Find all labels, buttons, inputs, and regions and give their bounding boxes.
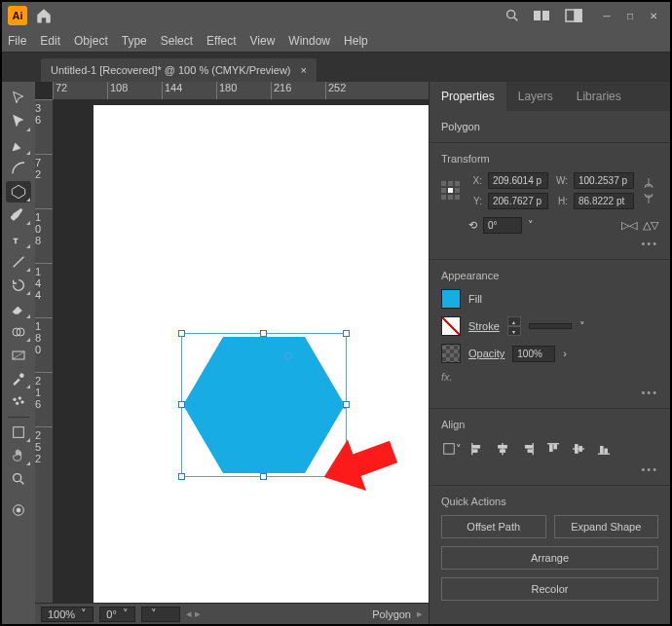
flip-v-icon[interactable]: △▽ — [643, 219, 658, 232]
document-tab[interactable]: Untitled-1 [Recovered]* @ 100 % (CMYK/Pr… — [41, 58, 317, 82]
tab-close-icon[interactable]: × — [301, 64, 307, 76]
line-tool[interactable] — [6, 251, 31, 273]
polygon-tool[interactable] — [6, 181, 31, 203]
resize-handle[interactable] — [260, 473, 267, 480]
workspace-icon[interactable] — [565, 9, 582, 22]
stroke-weight-stepper[interactable]: ▴▾ — [507, 316, 521, 336]
transform-section: Transform X: 209.6014 p W: 100.2537 p Y:… — [429, 143, 670, 260]
ruler-horizontal[interactable]: 72108144180216252 — [53, 82, 429, 99]
tool-panel: T — [2, 82, 35, 624]
svg-rect-25 — [500, 450, 504, 453]
selection-tool[interactable] — [6, 88, 31, 109]
arrange-button[interactable]: Arrange — [441, 546, 658, 570]
resize-handle[interactable] — [178, 473, 185, 480]
minimize-button[interactable]: ─ — [596, 8, 617, 23]
menu-edit[interactable]: Edit — [40, 34, 60, 48]
align-top-icon[interactable] — [542, 438, 564, 460]
selection-bounding-box[interactable] — [181, 333, 347, 477]
align-hcenter-icon[interactable] — [492, 438, 513, 460]
rotation-field[interactable]: 0° — [483, 217, 522, 234]
transform-x[interactable]: 209.6014 p — [488, 172, 548, 189]
menu-effect[interactable]: Effect — [206, 34, 236, 48]
resize-handle[interactable] — [343, 330, 350, 337]
artboard-nav[interactable]: ˅ — [141, 607, 180, 622]
resize-handle[interactable] — [178, 401, 185, 408]
transform-y[interactable]: 206.7627 p — [488, 193, 548, 209]
hand-tool[interactable] — [6, 445, 31, 466]
expand-shape-button[interactable]: Expand Shape — [554, 515, 659, 538]
tab-properties[interactable]: Properties — [429, 82, 506, 111]
eyedropper-tool[interactable] — [6, 368, 31, 389]
rotation-field[interactable]: 0° ˅ — [99, 607, 135, 622]
more-options-icon[interactable]: ••• — [441, 387, 658, 398]
align-vcenter-icon[interactable] — [568, 438, 589, 460]
svg-rect-27 — [528, 450, 532, 453]
document-tabs: Untitled-1 [Recovered]* @ 100 % (CMYK/Pr… — [2, 53, 670, 82]
close-button[interactable]: ✕ — [643, 8, 664, 23]
link-wh-icon[interactable] — [642, 176, 655, 205]
offset-path-button[interactable]: Offset Path — [441, 515, 546, 538]
transform-h[interactable]: 86.8222 pt — [574, 193, 634, 209]
pen-tool[interactable] — [6, 134, 31, 156]
direct-selection-tool[interactable] — [6, 111, 31, 132]
curvature-tool[interactable] — [6, 158, 31, 179]
tab-layers[interactable]: Layers — [506, 82, 565, 111]
symbol-sprayer-tool[interactable] — [6, 391, 31, 413]
tab-libraries[interactable]: Libraries — [565, 82, 633, 111]
drawing-mode-icon[interactable] — [6, 499, 31, 521]
paintbrush-tool[interactable] — [6, 204, 31, 226]
svg-rect-22 — [473, 446, 480, 449]
ruler-vertical[interactable]: 3672108144180216252 — [35, 99, 53, 603]
flip-h-icon[interactable]: ▷◁ — [621, 219, 637, 232]
eraser-tool[interactable] — [6, 298, 31, 319]
status-bar: 100% ˅ 0° ˅ ˅ ◂ ▸ Polygon ▸ — [35, 603, 429, 624]
svg-point-16 — [14, 474, 21, 482]
zoom-tool[interactable] — [6, 468, 31, 490]
stroke-weight[interactable] — [529, 323, 572, 329]
rotate-tool[interactable] — [6, 275, 31, 296]
search-icon[interactable] — [504, 8, 520, 23]
align-right-icon[interactable] — [517, 438, 539, 460]
opacity-swatch[interactable] — [441, 344, 461, 363]
gradient-tool[interactable] — [6, 345, 31, 366]
more-options-icon[interactable]: ••• — [441, 238, 658, 249]
menu-select[interactable]: Select — [161, 34, 193, 48]
artboard-tool[interactable] — [6, 422, 31, 443]
more-options-icon[interactable]: ••• — [441, 463, 658, 475]
recolor-button[interactable]: Recolor — [441, 577, 658, 601]
opacity-value[interactable]: 100% — [512, 346, 555, 362]
menu-help[interactable]: Help — [344, 34, 368, 48]
reference-point[interactable] — [441, 181, 461, 201]
arrange-docs-icon[interactable] — [534, 9, 551, 22]
stroke-swatch[interactable] — [441, 316, 461, 336]
align-to-dropdown[interactable]: ˅ — [441, 438, 463, 460]
menu-file[interactable]: File — [8, 34, 26, 48]
menu-object[interactable]: Object — [74, 34, 108, 48]
fill-swatch[interactable] — [441, 289, 461, 309]
svg-text:T: T — [14, 237, 19, 245]
canvas[interactable]: 72108144180216252 3672108144180216252 — [35, 82, 429, 603]
transform-w[interactable]: 100.2537 p — [574, 172, 634, 189]
type-tool[interactable]: T — [6, 228, 31, 249]
maximize-button[interactable]: □ — [619, 8, 641, 23]
stroke-dropdown[interactable]: ˅ — [579, 320, 585, 333]
menu-window[interactable]: Window — [288, 34, 330, 48]
fx-label[interactable]: fx. — [441, 371, 658, 383]
svg-rect-26 — [525, 446, 532, 449]
align-bottom-icon[interactable] — [593, 438, 615, 460]
align-left-icon[interactable] — [467, 438, 488, 460]
shape-builder-tool[interactable] — [6, 321, 31, 343]
menu-view[interactable]: View — [250, 34, 276, 48]
rotation-dropdown[interactable]: ˅ — [528, 219, 534, 232]
zoom-field[interactable]: 100% ˅ — [41, 607, 93, 622]
opacity-dropdown[interactable]: › — [563, 348, 567, 359]
svg-rect-23 — [473, 450, 477, 453]
app-icon[interactable]: Ai — [8, 6, 27, 25]
resize-handle[interactable] — [178, 330, 185, 337]
svg-rect-30 — [576, 445, 579, 454]
resize-handle[interactable] — [260, 330, 267, 337]
svg-rect-2 — [542, 11, 549, 20]
home-icon[interactable] — [35, 7, 53, 24]
resize-handle[interactable] — [343, 401, 350, 408]
menu-type[interactable]: Type — [122, 34, 147, 48]
